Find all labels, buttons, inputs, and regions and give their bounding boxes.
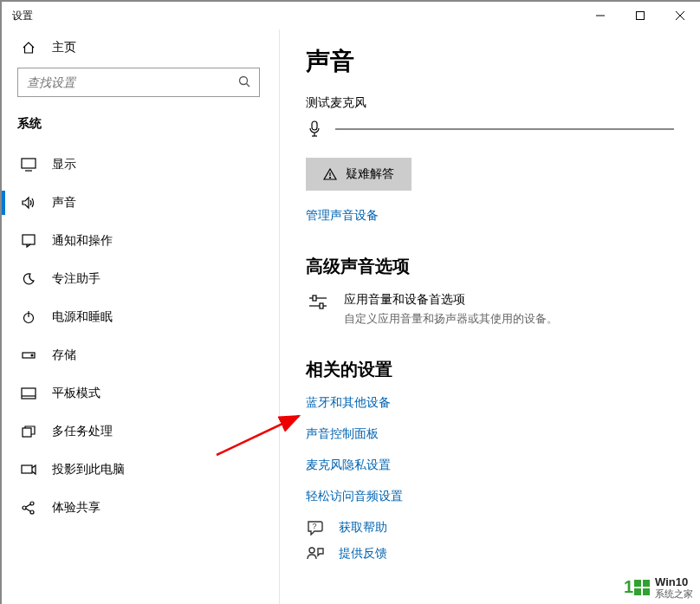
- mic-privacy-link[interactable]: 麦克风隐私设置: [306, 458, 674, 473]
- watermark: 1 Win10 系统之家: [620, 575, 697, 601]
- sidebar-item-display[interactable]: 显示: [2, 146, 275, 184]
- sidebar-item-label: 声音: [52, 195, 76, 211]
- svg-rect-15: [23, 428, 31, 437]
- moon-icon: [21, 271, 36, 287]
- sidebar-item-multitask[interactable]: 多任务处理: [2, 412, 275, 451]
- sidebar-item-storage[interactable]: 存储: [2, 336, 275, 374]
- content-area: 主页 系统 显示: [2, 29, 700, 604]
- svg-point-18: [30, 502, 34, 505]
- sidebar-item-label: 电源和睡眠: [52, 309, 113, 325]
- svg-rect-37: [643, 588, 650, 595]
- sidebar-item-project[interactable]: 投影到此电脑: [2, 451, 275, 489]
- svg-line-5: [246, 83, 250, 87]
- nav-list: 显示 声音 通知和操作: [2, 146, 275, 527]
- titlebar: 设置: [2, 2, 700, 29]
- home-nav[interactable]: 主页: [2, 29, 275, 66]
- svg-point-26: [330, 178, 331, 179]
- sidebar-item-notifications[interactable]: 通知和操作: [2, 222, 275, 260]
- search-box[interactable]: [17, 68, 260, 97]
- microphone-icon: [306, 120, 323, 139]
- app-volume-title: 应用音量和设备首选项: [344, 292, 558, 308]
- svg-point-17: [23, 506, 26, 510]
- feedback-icon: [306, 546, 325, 562]
- sidebar-item-label: 投影到此电脑: [52, 462, 125, 477]
- advanced-section-title: 高级声音选项: [306, 255, 674, 278]
- main-content: 声音 测试麦克风 疑难解答 管理声音设备 高级声音选项: [279, 29, 700, 604]
- feedback-row[interactable]: 提供反馈: [306, 546, 674, 562]
- sidebar-item-focus[interactable]: 专注助手: [2, 260, 275, 298]
- mic-level-row: [306, 120, 674, 139]
- power-icon: [21, 309, 36, 325]
- sidebar-item-tablet[interactable]: 平板模式: [2, 374, 275, 412]
- svg-rect-30: [320, 303, 323, 308]
- get-help-link[interactable]: 获取帮助: [339, 520, 387, 536]
- storage-icon: [21, 347, 36, 363]
- sidebar-item-label: 显示: [52, 157, 76, 172]
- svg-point-4: [240, 76, 248, 84]
- close-button[interactable]: [660, 2, 700, 29]
- svg-rect-8: [23, 235, 35, 244]
- svg-line-20: [26, 504, 30, 507]
- tablet-icon: [21, 386, 36, 401]
- warning-icon: [323, 167, 337, 181]
- settings-window: 设置 主页: [0, 0, 700, 604]
- test-mic-label: 测试麦克风: [306, 95, 674, 111]
- ease-of-access-audio-link[interactable]: 轻松访问音频设置: [306, 489, 674, 504]
- feedback-link[interactable]: 提供反馈: [339, 546, 387, 562]
- sliders-icon: [306, 292, 330, 327]
- project-icon: [21, 462, 36, 477]
- home-icon: [21, 40, 36, 55]
- troubleshoot-label: 疑难解答: [346, 166, 394, 182]
- troubleshoot-button[interactable]: 疑难解答: [306, 158, 412, 191]
- search-icon: [238, 75, 250, 90]
- mic-level-bar: [335, 128, 674, 130]
- app-title: 设置: [12, 9, 33, 23]
- svg-text:?: ?: [312, 522, 316, 530]
- svg-point-32: [309, 548, 314, 553]
- share-icon: [21, 500, 36, 516]
- sidebar-item-label: 平板模式: [52, 386, 100, 401]
- related-section-title: 相关的设置: [306, 358, 674, 381]
- multitask-icon: [21, 424, 36, 439]
- monitor-icon: [21, 157, 36, 172]
- sidebar-item-label: 存储: [52, 347, 76, 363]
- maximize-button[interactable]: [620, 2, 660, 29]
- related-links: 蓝牙和其他设备 声音控制面板 麦克风隐私设置 轻松访问音频设置: [306, 395, 674, 504]
- svg-rect-16: [22, 465, 32, 473]
- minimize-button[interactable]: [580, 2, 620, 29]
- home-label: 主页: [52, 40, 76, 55]
- app-volume-row[interactable]: 应用音量和设备首选项 自定义应用音量和扬声器或其使用的设备。: [306, 292, 674, 327]
- sidebar-item-share[interactable]: 体验共享: [2, 489, 275, 527]
- sidebar: 主页 系统 显示: [2, 29, 279, 604]
- sidebar-item-label: 通知和操作: [52, 233, 113, 249]
- bluetooth-link[interactable]: 蓝牙和其他设备: [306, 395, 674, 411]
- help-icon: ?: [306, 520, 325, 536]
- svg-point-12: [31, 354, 33, 356]
- sidebar-item-label: 体验共享: [52, 500, 100, 516]
- svg-rect-22: [312, 121, 317, 130]
- manage-sound-devices-link[interactable]: 管理声音设备: [306, 208, 674, 224]
- search-wrap: [2, 66, 275, 109]
- svg-rect-1: [637, 12, 645, 20]
- watermark-line2: 系统之家: [655, 588, 693, 599]
- sidebar-item-sound[interactable]: 声音: [2, 184, 275, 222]
- svg-rect-28: [313, 296, 316, 301]
- svg-rect-13: [22, 388, 36, 399]
- sound-control-panel-link[interactable]: 声音控制面板: [306, 426, 674, 442]
- speaker-icon: [21, 195, 36, 211]
- svg-line-21: [26, 509, 30, 511]
- sidebar-section-title: 系统: [2, 109, 275, 146]
- watermark-line1: Win10: [655, 576, 693, 588]
- svg-rect-35: [643, 580, 650, 587]
- search-input[interactable]: [27, 75, 238, 89]
- get-help-row[interactable]: ? 获取帮助: [306, 520, 674, 536]
- sidebar-item-label: 专注助手: [52, 271, 100, 287]
- svg-rect-6: [22, 159, 36, 168]
- notification-icon: [21, 233, 36, 249]
- sidebar-item-power[interactable]: 电源和睡眠: [2, 298, 275, 336]
- svg-point-19: [30, 510, 34, 514]
- page-title: 声音: [306, 45, 674, 78]
- watermark-logo: 1: [624, 577, 650, 597]
- app-volume-desc: 自定义应用音量和扬声器或其使用的设备。: [344, 311, 558, 327]
- svg-rect-34: [634, 580, 641, 587]
